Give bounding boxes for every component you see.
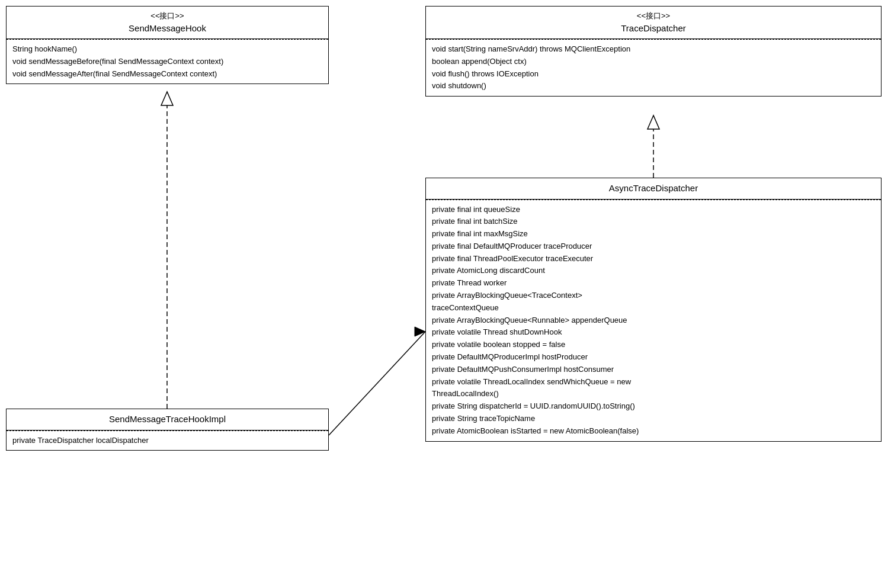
list-item: private DefaultMQProducerImpl hostProduc… xyxy=(432,351,875,364)
send-message-hook-header: <<接口>> SendMessageHook xyxy=(7,7,328,39)
list-item: private volatile boolean stopped = false xyxy=(432,339,875,351)
async-trace-dispatcher-box: AsyncTraceDispatcher private final int q… xyxy=(425,178,882,442)
list-item: private AtomicLong discardCount xyxy=(432,265,875,277)
list-item: void flush() throws IOException xyxy=(432,68,875,81)
list-item: private AtomicBoolean isStarted = new At… xyxy=(432,425,875,438)
async-trace-dispatcher-body: private final int queueSize private fina… xyxy=(426,200,881,441)
async-trace-dispatcher-name: AsyncTraceDispatcher xyxy=(432,182,875,195)
svg-marker-1 xyxy=(161,92,173,105)
send-message-trace-hook-impl-header: SendMessageTraceHookImpl xyxy=(7,409,328,430)
send-message-hook-body: String hookName() void sendMessageBefore… xyxy=(7,39,328,83)
list-item: private final DefaultMQProducer tracePro… xyxy=(432,240,875,253)
async-trace-dispatcher-header: AsyncTraceDispatcher xyxy=(426,178,881,200)
send-message-trace-hook-impl-box: SendMessageTraceHookImpl private TraceDi… xyxy=(6,409,329,451)
svg-marker-5 xyxy=(415,327,425,336)
list-item: private volatile ThreadLocalIndex sendWh… xyxy=(432,376,875,388)
svg-line-4 xyxy=(329,332,425,435)
list-item: private volatile Thread shutDownHook xyxy=(432,326,875,339)
list-item: private ArrayBlockingQueue<TraceContext> xyxy=(432,290,875,302)
list-item: String hookName() xyxy=(12,43,322,56)
list-item: private TraceDispatcher localDispatcher xyxy=(12,435,322,447)
list-item: traceContextQueue xyxy=(432,302,875,314)
list-item: void shutdown() xyxy=(432,80,875,92)
trace-dispatcher-interface-label: <<接口>> xyxy=(432,10,875,22)
list-item: private final ThreadPoolExecutor traceEx… xyxy=(432,253,875,265)
send-message-hook-name: SendMessageHook xyxy=(12,22,322,36)
list-item: void start(String nameSrvAddr) throws MQ… xyxy=(432,43,875,56)
list-item: private String traceTopicName xyxy=(432,413,875,425)
trace-dispatcher-body: void start(String nameSrvAddr) throws MQ… xyxy=(426,39,881,96)
list-item: private ArrayBlockingQueue<Runnable> app… xyxy=(432,314,875,327)
list-item: void sendMessageAfter(final SendMessageC… xyxy=(12,68,322,81)
list-item: private final int maxMsgSize xyxy=(432,228,875,240)
send-message-hook-interface-label: <<接口>> xyxy=(12,10,322,22)
send-message-trace-hook-impl-name: SendMessageTraceHookImpl xyxy=(12,413,322,426)
send-message-hook-box: <<接口>> SendMessageHook String hookName()… xyxy=(6,6,329,84)
send-message-trace-hook-impl-body: private TraceDispatcher localDispatcher xyxy=(7,430,328,451)
uml-diagram: <<接口>> SendMessageHook String hookName()… xyxy=(0,0,891,588)
svg-marker-3 xyxy=(648,115,659,129)
trace-dispatcher-name: TraceDispatcher xyxy=(432,22,875,36)
trace-dispatcher-box: <<接口>> TraceDispatcher void start(String… xyxy=(425,6,882,97)
list-item: ThreadLocalIndex() xyxy=(432,388,875,400)
trace-dispatcher-header: <<接口>> TraceDispatcher xyxy=(426,7,881,39)
list-item: void sendMessageBefore(final SendMessage… xyxy=(12,56,322,68)
list-item: private Thread worker xyxy=(432,277,875,290)
list-item: boolean append(Object ctx) xyxy=(432,56,875,68)
list-item: private DefaultMQPushConsumerImpl hostCo… xyxy=(432,364,875,376)
list-item: private final int batchSize xyxy=(432,216,875,228)
list-item: private String dispatcherId = UUID.rando… xyxy=(432,400,875,413)
list-item: private final int queueSize xyxy=(432,204,875,216)
